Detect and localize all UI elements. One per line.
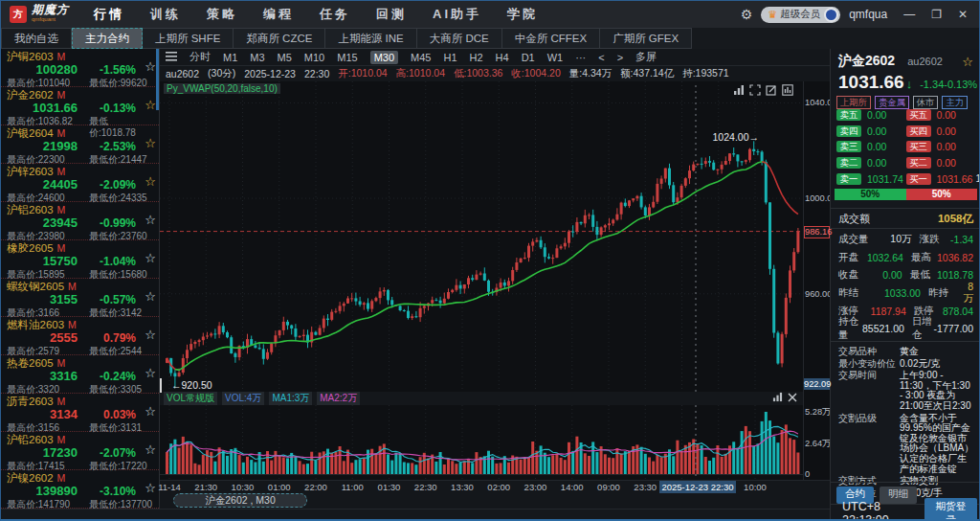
menu-item-4[interactable]: 任务	[320, 6, 350, 23]
favorite-star-icon[interactable]: ☆	[145, 59, 156, 74]
close-button[interactable]: ✕	[958, 8, 968, 21]
favorite-star-icon[interactable]: ☆	[145, 174, 156, 189]
volume-chart[interactable]	[160, 405, 803, 480]
watchlist-item[interactable]: 橡胶2605M15750-1.04%最高价:15895最低价:15680☆	[1, 240, 159, 279]
fullscreen-icon[interactable]	[749, 84, 761, 96]
histogram-icon[interactable]	[733, 84, 745, 96]
edit-icon[interactable]	[766, 84, 777, 96]
interval-M3[interactable]: M3	[250, 52, 264, 63]
interval-D1[interactable]: D1	[522, 52, 535, 63]
watchlist-item[interactable]: 沪铜2603M100280-1.56%最高价:101040最低价:99620☆	[1, 49, 159, 87]
menu-item-3[interactable]: 编程	[263, 6, 294, 23]
chart-area: 分时M1M3M5M10M15M30M45H1H2H4D1W1···<>多屏 au…	[160, 49, 830, 509]
watchlist-item[interactable]: 沪金2602M1031.66-0.13%最高价:1036.82最低价:1018.…	[1, 87, 159, 125]
info-segment-4: 开:1010.04	[338, 67, 387, 80]
chart-settings-icon[interactable]	[166, 52, 177, 63]
vol-indicator-0[interactable]: VOL常规版	[164, 392, 217, 405]
watchlist-item[interactable]: 螺纹钢2605M3155-0.57%最高价:3166最低价:3142☆	[1, 279, 159, 317]
avatar	[824, 8, 838, 22]
watchlist-item[interactable]: 沪铅2603M17230-2.07%最高价:17415最低价:17220☆	[1, 432, 159, 470]
sell-price: 1031.74	[867, 173, 903, 185]
vol-indicator-3[interactable]: MA2:2万	[317, 392, 360, 405]
volume-plot[interactable]	[160, 405, 803, 480]
bar-chart-icon[interactable]	[782, 84, 793, 96]
prev-button[interactable]: <	[598, 52, 604, 63]
pane-handle[interactable]	[160, 378, 162, 393]
sell-level-badge: 卖五	[836, 109, 861, 121]
exchange-tab-1[interactable]: 主力合约	[72, 28, 143, 49]
favorite-star-icon[interactable]: ☆	[145, 213, 156, 227]
watchlist-item[interactable]: 沪铝2603M23945-0.99%最高价:23980最低价:23760☆	[1, 202, 159, 240]
favorite-star-icon[interactable]: ☆	[145, 136, 156, 150]
symbol-period-pill[interactable]: 沪金2602 , M30	[173, 493, 307, 508]
favorite-star-icon[interactable]: ☆	[145, 289, 156, 304]
menu-item-6[interactable]: AI助手	[433, 6, 481, 23]
interval-H2[interactable]: H2	[470, 52, 483, 63]
exchange-tab-4[interactable]: 上期能源 INE	[325, 28, 416, 49]
username[interactable]: qmfqua	[849, 8, 887, 21]
favorite-star-icon[interactable]: ☆	[145, 251, 156, 265]
exchange-tab-6[interactable]: 中金所 CFFEX	[502, 28, 600, 49]
menu-item-0[interactable]: 行情	[94, 6, 124, 23]
maximize-button[interactable]: ❐	[931, 8, 942, 21]
watchlist-item[interactable]: 沥青2603M31340.03%最高价:3156最低价:3131☆	[1, 394, 159, 432]
price-plot[interactable]	[160, 81, 803, 392]
menu-item-5[interactable]: 回测	[376, 6, 407, 23]
settings-gear-icon[interactable]: ⚙	[741, 7, 753, 22]
favorite-star-icon[interactable]: ☆	[145, 442, 156, 457]
watchlist-item[interactable]: 燃料油2603M25550.79%最高价:2579最低价:2544☆	[1, 317, 159, 355]
interval-M15[interactable]: M15	[337, 52, 357, 63]
candlestick-chart[interactable]: Py_VWAP(50,20,false,10) 1024.00→ ←920.50	[160, 81, 803, 392]
favorite-star-icon[interactable]: ☆	[145, 98, 156, 112]
menu-item-7[interactable]: 学院	[507, 6, 538, 23]
buy-level-badge: 买四	[906, 125, 931, 137]
menu-item-1[interactable]: 训练	[150, 6, 181, 23]
info-segment-3: 22:30	[304, 68, 329, 79]
interval-M5[interactable]: M5	[278, 52, 292, 63]
multi-screen-button[interactable]: 多屏	[635, 50, 657, 64]
interval-H1[interactable]: H1	[443, 52, 457, 63]
interval-分时[interactable]: 分时	[189, 50, 211, 64]
favorite-star-icon[interactable]: ☆	[145, 328, 156, 342]
more-intervals-button[interactable]: ···	[575, 52, 586, 63]
interval-M45[interactable]: M45	[411, 52, 431, 63]
bottom-strip	[1, 509, 830, 521]
watchlist-row-name: 热卷2605M	[7, 357, 153, 370]
interval-M10[interactable]: M10	[304, 52, 324, 63]
vol-indicator-1[interactable]: VOL:4万	[222, 392, 264, 405]
stat-value: -1777.00	[934, 323, 973, 334]
volume-close-icon[interactable]	[788, 393, 797, 402]
buy-side: 买五0.00	[906, 109, 976, 121]
favorite-star-icon[interactable]: ☆	[145, 481, 156, 495]
interval-H4[interactable]: H4	[496, 52, 509, 63]
indicator-label[interactable]: Py_VWAP(50,20,false,10)	[164, 83, 280, 94]
watchlist-item[interactable]: 沪银2604M21998-2.53%最高价:22300最低价:21447☆	[1, 125, 159, 164]
next-button[interactable]: >	[617, 52, 623, 63]
exchange-tab-7[interactable]: 广期所 GFEX	[600, 28, 692, 49]
futures-login-button[interactable]: 期货登录	[924, 498, 977, 521]
exchange-tab-2[interactable]: 上期所 SHFE	[143, 28, 234, 49]
volume-histogram-icon[interactable]	[772, 392, 783, 402]
watchlist-item[interactable]: 沪锌2603M24405-2.09%最高价:24600最低价:24335☆	[1, 164, 159, 202]
contract-info: 交易品种黄金最小变动价位0.02元/克交易时间上午9:00 - 11:30，下午…	[831, 341, 980, 500]
watchlist-item[interactable]: 热卷2605M3316-0.24%最高价:3320最低价:3305☆	[1, 355, 159, 394]
menu-item-2[interactable]: 策略	[207, 6, 237, 23]
interval-M1[interactable]: M1	[223, 52, 237, 63]
buy-price: 0.00	[937, 157, 956, 169]
minimize-button[interactable]: —	[903, 8, 915, 21]
favorite-star-icon[interactable]: ☆	[962, 55, 973, 69]
member-badge[interactable]: ♛ 超级会员	[761, 7, 840, 23]
exchange-tab-3[interactable]: 郑商所 CZCE	[234, 28, 325, 49]
vol-indicator-2[interactable]: MA1:3万	[269, 392, 312, 405]
exchange-tab-0[interactable]: 我的自选	[1, 28, 72, 49]
interval-M30[interactable]: M30	[370, 51, 398, 64]
interval-W1[interactable]: W1	[547, 52, 564, 63]
pane-low-badge: 922.09	[804, 378, 830, 390]
favorite-star-icon[interactable]: ☆	[145, 366, 156, 380]
sidebar-scrollbar[interactable]	[156, 49, 159, 110]
change-pct: -0.99%	[78, 216, 153, 230]
exchange-tab-5[interactable]: 大商所 DCE	[417, 28, 502, 49]
last-price: 139890	[7, 485, 78, 498]
watchlist-item[interactable]: 沪镍2602M139890-3.10%最高价:141790最低价:137700☆	[1, 470, 159, 509]
favorite-star-icon[interactable]: ☆	[145, 404, 156, 419]
